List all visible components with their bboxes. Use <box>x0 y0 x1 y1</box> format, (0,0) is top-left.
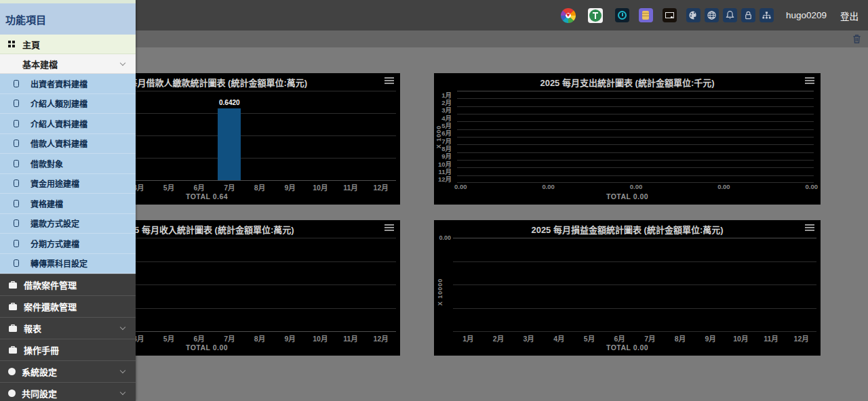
chart-menu-icon[interactable] <box>805 77 814 84</box>
x-axis-label: 5月 <box>163 182 174 192</box>
sidebar-item-label: 借款對象 <box>31 158 63 169</box>
sidebar-item[interactable]: 轉傳票科目設定 <box>0 254 136 274</box>
trash-icon[interactable] <box>852 34 861 47</box>
lock-icon[interactable] <box>741 8 755 22</box>
colorful-logo-icon[interactable]: ♥ <box>561 8 576 23</box>
x-axis-label: 5月 <box>584 333 595 343</box>
x-axis-label: 12月 <box>374 333 389 343</box>
chevron-down-icon <box>120 389 125 395</box>
chevron-down-icon <box>120 60 125 65</box>
username-label: hugo0209 <box>786 10 827 20</box>
x-axis-label: 10月 <box>313 333 328 343</box>
card-icon <box>14 160 19 167</box>
sidebar-item-label: 基本建檔 <box>22 58 58 70</box>
y-axis-unit-label: X 10000 <box>437 278 443 306</box>
sidebar-item[interactable]: 基本建檔 <box>0 54 136 74</box>
sidebar-item[interactable]: 案件還款管理 <box>0 295 136 317</box>
hbar-row: 9月 <box>434 152 816 160</box>
hbar-row: 5月 <box>434 121 816 129</box>
briefcase-icon <box>8 345 18 354</box>
sidebar-item[interactable]: 還款方式設定 <box>0 214 136 234</box>
presentation-app-icon[interactable] <box>663 8 677 22</box>
card-icon <box>14 219 19 227</box>
briefcase-icon <box>8 280 18 289</box>
bell-icon[interactable] <box>723 8 737 22</box>
card-icon <box>14 140 19 147</box>
gridline <box>457 106 814 107</box>
x-axis-label: 7月 <box>644 333 655 343</box>
sidebar-item-label: 借款案件管理 <box>24 278 77 291</box>
x-axis-tick: 0.00 <box>806 183 818 192</box>
x-axis-label: 8月 <box>254 182 265 192</box>
x-axis-tick: 0.00 <box>542 183 555 192</box>
card-icon <box>14 180 19 187</box>
sidebar-item[interactable]: 資金用途建檔 <box>0 174 136 194</box>
hbar-row: 7月 <box>434 137 816 144</box>
chart-plot: X 1000 1月2月3月4月5月6月7月8月9月10月11月12月 <box>434 91 816 183</box>
sidebar-item[interactable]: 介紹人資料建檔 <box>0 114 136 134</box>
palette-icon[interactable] <box>686 8 701 22</box>
card-icon <box>14 100 19 107</box>
sidebar-item[interactable]: 借款人資料建檔 <box>0 134 136 154</box>
chart-menu-icon[interactable] <box>384 77 394 84</box>
chart-total-label: TOTAL 0.00 <box>434 192 821 205</box>
card-icon <box>14 80 19 87</box>
x-axis-tick: 0.00 <box>630 183 643 192</box>
sidebar-item[interactable]: 借款對象 <box>0 154 136 174</box>
card-icon <box>14 120 19 127</box>
gridline <box>457 91 814 91</box>
sidebar-item[interactable]: 借款案件管理 <box>0 274 136 295</box>
sidebar-item[interactable]: 報表 <box>0 317 136 339</box>
chart-title: 2025 每月支出統計圖表 (統計金額單位:千元) <box>434 76 821 89</box>
x-axis-tick-labels: 0.000.000.000.000.00 <box>454 183 818 192</box>
briefcase-icon <box>8 324 18 333</box>
sidebar-item[interactable]: 資格建檔 <box>0 194 136 214</box>
gridline <box>457 114 814 114</box>
chevron-down-icon <box>120 368 125 373</box>
sidebar: 功能項目 主頁基本建檔出資者資料建檔介紹人類別建檔介紹人資料建檔借款人資料建檔借… <box>0 0 136 401</box>
x-axis-label: 1月 <box>462 333 473 343</box>
sitemap-icon[interactable] <box>760 8 774 22</box>
chart-title: 2025 每月損益金額統計圖表 (統計金額單位:萬元) <box>434 223 821 236</box>
scroll-app-icon[interactable] <box>639 8 653 22</box>
sidebar-item[interactable]: 介紹人類別建檔 <box>0 94 136 114</box>
x-axis-label: 3月 <box>523 333 534 343</box>
hbar-row: 8月 <box>434 144 816 152</box>
sidebar-item[interactable]: 分期方式建檔 <box>0 234 136 254</box>
sidebar-item[interactable]: 操作手冊 <box>0 339 136 360</box>
chart-menu-icon[interactable] <box>805 224 814 231</box>
sidebar-item-label: 資金用途建檔 <box>31 177 79 189</box>
sidebar-item[interactable]: 出資者資料建檔 <box>0 74 136 94</box>
gridline <box>457 167 814 168</box>
hbar-row: 4月 <box>434 114 816 121</box>
chart-monthly-profit-loss: 2025 每月損益金額統計圖表 (統計金額單位:萬元) 0.00 X 10000… <box>434 220 821 356</box>
gridline <box>457 175 814 176</box>
sidebar-item[interactable]: 主頁 <box>0 35 136 54</box>
sidebar-item-label: 系統設定 <box>22 365 57 378</box>
sidebar-item[interactable]: 共同設定 <box>0 382 136 401</box>
sidebar-menu: 主頁基本建檔出資者資料建檔介紹人類別建檔介紹人資料建檔借款人資料建檔借款對象資金… <box>0 35 136 401</box>
logout-link[interactable]: 登出 <box>840 9 859 22</box>
hbar-row: 11月 <box>434 167 816 175</box>
sidebar-item[interactable]: 系統設定 <box>0 360 136 382</box>
gridline <box>453 238 816 238</box>
chart-menu-icon[interactable] <box>384 224 394 231</box>
green-scales-icon[interactable] <box>588 8 603 23</box>
sidebar-item-label: 出資者資料建檔 <box>31 78 87 89</box>
chart-plot: 0.00 X 10000 <box>453 238 816 331</box>
sidebar-item-label: 分期方式建檔 <box>31 238 79 249</box>
clock-app-icon[interactable] <box>615 8 629 22</box>
x-axis-label: 8月 <box>675 333 686 343</box>
card-icon <box>14 240 19 247</box>
card-icon <box>14 200 19 207</box>
bar <box>218 108 241 180</box>
sidebar-item-label: 介紹人資料建檔 <box>31 118 87 129</box>
globe-icon[interactable] <box>705 8 719 22</box>
x-axis-label: 9月 <box>284 333 295 343</box>
x-axis-tick: 0.00 <box>717 183 730 192</box>
circle-icon <box>8 389 16 397</box>
gridline <box>457 182 814 183</box>
sidebar-item-label: 主頁 <box>22 38 40 51</box>
gridline <box>453 308 816 309</box>
x-axis-label: 4月 <box>553 333 564 343</box>
